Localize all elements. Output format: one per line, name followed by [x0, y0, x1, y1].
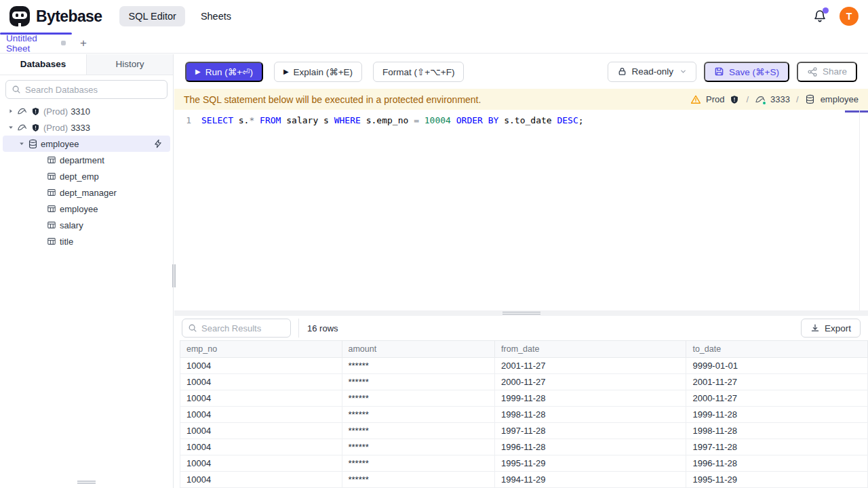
table-cell: 10004 — [180, 390, 342, 407]
tree-item-3310[interactable]: (Prod)3310 — [3, 103, 170, 119]
explain-button[interactable]: ▶ Explain (⌘+E) — [274, 62, 362, 82]
tab-history[interactable]: History — [87, 54, 173, 75]
environment-prefix: (Prod) — [43, 123, 68, 133]
add-sheet-button[interactable]: + — [75, 33, 92, 54]
results-header-separator — [298, 319, 299, 338]
tree-indent — [35, 155, 46, 165]
breadcrumb-separator: / — [745, 94, 750, 104]
results-panel-divider[interactable] — [174, 310, 868, 316]
column-header-to_date[interactable]: to_date — [686, 341, 868, 358]
table-row[interactable]: 10004******1998-11-281999-11-28 — [180, 407, 868, 423]
tab-databases[interactable]: Databases — [0, 54, 87, 75]
sheet-tab-untitled[interactable]: Untitled Sheet — [0, 33, 72, 54]
tree-item-employee[interactable]: employee — [3, 136, 170, 152]
main-panel: ▶ Run (⌘+⏎) ▶ Explain (⌘+E) Format (⇧+⌥+… — [174, 54, 868, 488]
tree-item-label: 3333 — [71, 123, 90, 133]
notification-dot — [823, 7, 829, 14]
tree-item-label: employee — [60, 204, 98, 214]
table-icon — [46, 236, 57, 247]
instance-label[interactable]: 3333 — [770, 94, 790, 104]
table-row[interactable]: 10004******1997-11-281998-11-28 — [180, 423, 868, 439]
table-row[interactable]: 10004******1996-11-281997-11-28 — [180, 439, 868, 455]
tree-item-3333[interactable]: (Prod)3333 — [3, 119, 170, 136]
table-cell: 10004 — [180, 374, 342, 390]
tree-item-label: salary — [60, 220, 83, 230]
column-header-amount[interactable]: amount — [342, 341, 495, 358]
chevron-right-icon[interactable] — [5, 106, 16, 117]
sidebar-resize-handle[interactable] — [172, 264, 176, 287]
results-search-input[interactable] — [201, 323, 285, 333]
sql-token-plain: s. — [233, 115, 249, 125]
results-table: emp_noamountfrom_dateto_date 10004******… — [180, 340, 868, 488]
sheet-tab-strip: Untitled Sheet + — [0, 33, 868, 54]
tree-item-title[interactable]: title — [3, 233, 170, 249]
top-nav: SQL Editor Sheets — [119, 6, 240, 26]
nav-sheets[interactable]: Sheets — [192, 6, 240, 26]
sql-token-plain — [419, 115, 425, 125]
banner-message: The SQL statement below will be executed… — [184, 94, 481, 105]
table-row[interactable]: 10004******2000-11-272001-11-27 — [180, 374, 868, 390]
share-button[interactable]: Share — [797, 62, 857, 82]
tree-item-department[interactable]: department — [3, 152, 170, 168]
nav-sql-editor[interactable]: SQL Editor — [119, 6, 184, 26]
table-row[interactable]: 10004******1994-11-291995-11-29 — [180, 472, 868, 488]
database-search-box — [5, 80, 167, 99]
code-line: 1 SELECT s.* FROM salary s WHERE s.emp_n… — [174, 110, 868, 127]
sql-token-plain: s.emp_no — [361, 115, 414, 125]
notification-bell-icon[interactable] — [812, 8, 828, 24]
editor-toolbar: ▶ Run (⌘+⏎) ▶ Explain (⌘+E) Format (⇧+⌥+… — [174, 54, 868, 89]
tree-indent — [35, 203, 46, 214]
tree-item-label: department — [60, 155, 104, 165]
database-search-input[interactable] — [25, 85, 161, 95]
export-button[interactable]: Export — [801, 319, 861, 338]
table-cell: ****** — [342, 374, 495, 390]
tree-item-salary[interactable]: salary — [3, 217, 170, 233]
unsaved-indicator-dot — [61, 41, 66, 45]
table-cell: ****** — [342, 407, 495, 423]
user-avatar[interactable]: T — [840, 7, 859, 26]
tree-item-dept_emp[interactable]: dept_emp — [3, 168, 170, 184]
sql-token-plain: ; — [578, 115, 584, 125]
table-cell: 10004 — [180, 472, 342, 488]
sql-token-plain — [254, 115, 260, 125]
table-cell: 1995-11-29 — [495, 455, 686, 472]
table-cell: 1997-11-28 — [686, 439, 868, 455]
column-header-from_date[interactable]: from_date — [495, 341, 686, 358]
sheet-tab-label: Untitled Sheet — [6, 33, 61, 54]
table-icon — [46, 171, 57, 182]
tree-item-label: employee — [41, 139, 79, 149]
table-row[interactable]: 10004******1999-11-282000-11-27 — [180, 390, 868, 407]
table-cell: ****** — [342, 423, 495, 439]
results-header: 16 rows Export — [174, 316, 868, 340]
run-button[interactable]: ▶ Run (⌘+⏎) — [185, 62, 263, 82]
sql-code-editor[interactable]: 1 SELECT s.* FROM salary s WHERE s.emp_n… — [174, 110, 868, 310]
sidebar-scroll-handle[interactable] — [77, 481, 96, 484]
chevron-down-icon[interactable] — [5, 122, 16, 133]
connect-bolt-icon[interactable] — [153, 138, 163, 149]
tree-item-employee[interactable]: employee — [3, 201, 170, 217]
table-icon — [46, 203, 57, 214]
tree-item-label: dept_manager — [60, 188, 117, 198]
column-header-emp_no[interactable]: emp_no — [180, 341, 342, 358]
tree-item-dept_manager[interactable]: dept_manager — [3, 184, 170, 201]
environment-prefix: (Prod) — [43, 106, 68, 117]
mysql-icon[interactable] — [755, 94, 766, 105]
tree-item-label: 3310 — [71, 106, 90, 117]
env-shield-icon — [729, 94, 740, 105]
table-cell: ****** — [342, 439, 495, 455]
readonly-mode-dropdown[interactable]: Read-only — [608, 62, 697, 82]
table-cell: 2000-11-27 — [495, 374, 686, 390]
breadcrumb-separator: / — [795, 94, 800, 104]
table-row[interactable]: 10004******2001-11-279999-01-01 — [180, 358, 868, 374]
format-button[interactable]: Format (⇧+⌥+F) — [373, 62, 464, 82]
chevron-down-icon[interactable] — [16, 138, 27, 149]
tree-indent — [35, 220, 46, 230]
save-button[interactable]: Save (⌘+S) — [704, 62, 789, 82]
table-row[interactable]: 10004******1995-11-291996-11-28 — [180, 455, 868, 472]
database-tree: (Prod)3310(Prod)3333employeedepartmentde… — [0, 103, 173, 249]
download-icon — [810, 323, 820, 333]
table-cell: 1995-11-29 — [686, 472, 868, 488]
table-cell: 1996-11-28 — [686, 455, 868, 472]
database-label[interactable]: employee — [821, 94, 859, 104]
bytebase-logo-icon[interactable] — [9, 6, 30, 26]
